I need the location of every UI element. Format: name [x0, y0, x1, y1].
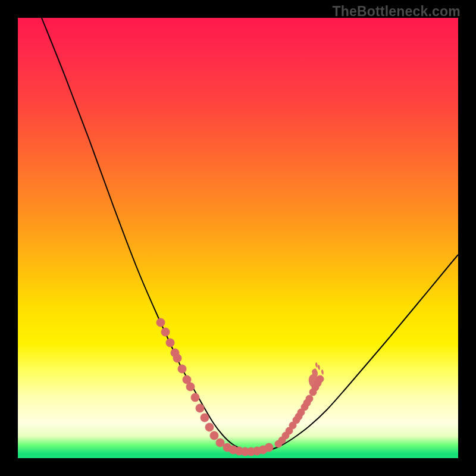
- data-marker: [210, 431, 218, 440]
- data-marker: [166, 339, 174, 347]
- data-marker: [216, 439, 224, 447]
- data-marker: [161, 328, 170, 336]
- data-marker: [173, 354, 181, 362]
- data-marker: [156, 318, 165, 327]
- data-marker: [306, 395, 313, 402]
- data-marker: [178, 365, 186, 373]
- data-marker: [186, 383, 195, 391]
- marker-cluster-bottom: [216, 439, 273, 456]
- marker-cluster-left: [156, 318, 218, 440]
- bottleneck-curve: [42, 18, 458, 452]
- data-marker: [196, 404, 204, 412]
- chart-frame: TheBottleneck.com: [0, 0, 476, 476]
- data-marker: [201, 414, 209, 422]
- watermark-text: TheBottleneck.com: [332, 4, 461, 20]
- chart-plot-area: [18, 18, 458, 458]
- data-marker: [191, 393, 199, 402]
- chart-svg: [18, 18, 458, 458]
- data-marker: [205, 423, 214, 431]
- data-marker: [265, 443, 273, 452]
